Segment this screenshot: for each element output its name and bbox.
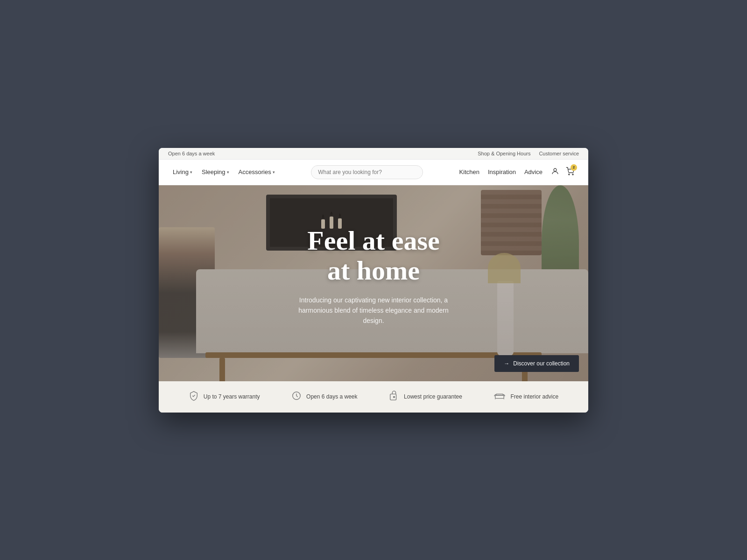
nav-right-links: Kitchen Inspiration Advice (459, 168, 543, 175)
nav-item-sleeping[interactable]: Sleeping ▾ (202, 168, 229, 175)
footer-features-bar: Up to 7 years warranty Open 6 days a wee… (159, 381, 588, 413)
nav-left: Living ▾ Sleeping ▾ Accessories ▾ (173, 168, 275, 175)
sofa-icon (493, 392, 506, 402)
main-nav: Living ▾ Sleeping ▾ Accessories ▾ Kitche… (159, 160, 588, 185)
browser-window: Open 6 days a week Shop & Opening Hours … (159, 148, 588, 413)
nav-right: Kitchen Inspiration Advice (459, 167, 574, 177)
nav-icons: 2 (551, 167, 574, 177)
discover-arrow-icon: → (504, 360, 509, 367)
search-input[interactable] (311, 165, 423, 179)
svg-rect-6 (495, 395, 504, 399)
hero-title: Feel at ease at home (307, 226, 439, 286)
nav-inspiration-link[interactable]: Inspiration (488, 168, 516, 175)
footer-item-open: Open 6 days a week (291, 391, 357, 403)
search-bar (311, 165, 423, 179)
hero-section: Feel at ease at home Introducing our cap… (159, 185, 588, 381)
cart-icon[interactable]: 2 (566, 167, 574, 177)
shield-icon (189, 391, 199, 403)
price-tag-icon (389, 391, 399, 403)
price-guarantee-label: Lowest price guarantee (404, 393, 462, 400)
svg-point-1 (569, 174, 570, 175)
warranty-label: Up to 7 years warranty (204, 393, 260, 400)
clock-icon (291, 391, 302, 403)
top-bar: Open 6 days a week Shop & Opening Hours … (159, 148, 588, 160)
discover-collection-button[interactable]: → Discover our collection (494, 355, 579, 372)
footer-item-advice: Free interior advice (493, 392, 558, 402)
svg-point-0 (554, 168, 557, 171)
svg-point-2 (572, 174, 573, 175)
nav-kitchen-link[interactable]: Kitchen (459, 168, 479, 175)
nav-advice-link[interactable]: Advice (524, 168, 543, 175)
open-days-label: Open 6 days a week (306, 393, 357, 400)
nav-item-accessories[interactable]: Accessories ▾ (239, 168, 275, 175)
nav-item-living[interactable]: Living ▾ (173, 168, 192, 175)
top-bar-right: Shop & Opening Hours Customer service (478, 151, 579, 156)
chevron-down-icon: ▾ (227, 170, 229, 175)
interior-advice-label: Free interior advice (510, 393, 558, 400)
account-icon[interactable] (551, 167, 559, 177)
footer-item-warranty: Up to 7 years warranty (189, 391, 260, 403)
hero-subtitle: Introducing our captivating new interior… (289, 295, 458, 326)
footer-item-price: Lowest price guarantee (389, 391, 462, 403)
customer-service-link[interactable]: Customer service (539, 151, 579, 156)
chevron-down-icon: ▾ (273, 170, 275, 175)
chevron-down-icon: ▾ (190, 170, 192, 175)
svg-rect-7 (496, 394, 503, 395)
hero-content: Feel at ease at home Introducing our cap… (159, 185, 588, 381)
top-bar-open-info: Open 6 days a week (168, 151, 215, 156)
cart-badge: 2 (571, 164, 577, 171)
svg-point-5 (394, 396, 395, 398)
shop-hours-link[interactable]: Shop & Opening Hours (478, 151, 530, 156)
